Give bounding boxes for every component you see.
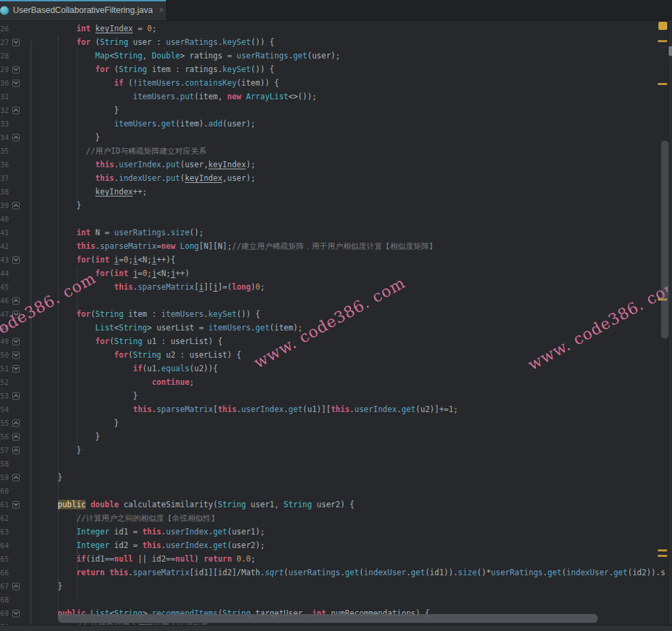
fold-close-icon[interactable] [12, 107, 20, 114]
code-line[interactable]: 43 for(int i=0;i<N;i++){ [0, 253, 669, 267]
line-number[interactable]: 43 [0, 253, 9, 267]
inspection-indicator[interactable] [658, 22, 667, 30]
line-number[interactable]: 34 [0, 131, 9, 144]
fold-close-icon[interactable] [12, 297, 20, 305]
line-number[interactable]: 68 [0, 593, 9, 607]
vertical-scrollbar[interactable] [661, 141, 669, 339]
code-line[interactable]: 45 this.sparseMatrix[i][j]=(long)0; [0, 280, 669, 294]
code-line[interactable]: 67 } [0, 579, 669, 593]
line-number[interactable]: 31 [0, 90, 9, 103]
fold-open-icon[interactable] [12, 311, 20, 318]
code-line[interactable]: 39 } [0, 199, 669, 212]
code-line[interactable]: 51 if(u1.equals(u2)){ [0, 362, 669, 375]
code-line[interactable]: 32 } [0, 103, 669, 117]
code-line[interactable]: 66 return this.sparseMatrix[id1][id2]/Ma… [0, 566, 669, 579]
tab-userbasedcollaborativefiltering[interactable]: UserBasedCollaborativeFiltering.java × [0, 0, 166, 20]
code-line[interactable]: 61 public double calculateSimilarity(Str… [0, 498, 669, 511]
warning-stripe-mark[interactable] [658, 83, 667, 85]
code-line[interactable]: 26 int keyIndex = 0; [0, 22, 669, 35]
code-line[interactable]: 55 } [0, 416, 669, 430]
code-line[interactable]: 52 continue; [0, 375, 669, 389]
code-line[interactable]: 49 for(String u1 : userList) { [0, 335, 669, 348]
line-number[interactable]: 61 [0, 498, 9, 511]
code-line[interactable]: 40 [0, 212, 669, 226]
code-line[interactable]: 38 keyIndex++; [0, 185, 669, 199]
warning-stripe-mark[interactable] [658, 555, 667, 557]
code-line[interactable]: 68 [0, 593, 669, 607]
stripe-caret-marker[interactable] [669, 46, 672, 56]
code-line[interactable]: 46 [0, 294, 669, 307]
line-number[interactable]: 38 [0, 185, 9, 199]
code-line[interactable]: 62 //计算用户之间的相似度【余弦相似性】 [0, 511, 669, 525]
line-number[interactable]: 67 [0, 579, 9, 593]
code-editor[interactable]: 26 int keyIndex = 0;27 for (String user … [0, 20, 669, 631]
line-number[interactable]: 66 [0, 566, 9, 579]
code-line[interactable]: 37 this.indexUser.put(keyIndex,user); [0, 171, 669, 185]
code-line[interactable]: 58 [0, 457, 669, 471]
fold-open-icon[interactable] [12, 338, 20, 345]
fold-open-icon[interactable] [12, 501, 20, 509]
code-line[interactable]: 65 if(id1==null || id2==null) return 0.0… [0, 552, 669, 566]
code-line[interactable]: 35 //用户ID与稀疏矩阵建立对应关系 [0, 144, 669, 158]
code-line[interactable]: 54 this.sparseMatrix[this.userIndex.get(… [0, 403, 669, 416]
code-line[interactable]: 60 [0, 484, 669, 498]
line-number[interactable]: 44 [0, 267, 9, 280]
line-number[interactable]: 27 [0, 35, 9, 49]
line-number[interactable]: 63 [0, 525, 9, 539]
code-line[interactable]: 31 itemUsers.put(item, new ArrayList<>()… [0, 90, 669, 103]
horizontal-scrollbar[interactable] [58, 614, 598, 623]
line-number[interactable]: 58 [0, 457, 9, 471]
warning-stripe-mark[interactable] [658, 40, 667, 42]
line-number[interactable]: 48 [0, 321, 9, 335]
fold-open-icon[interactable] [12, 80, 20, 87]
fold-close-icon[interactable] [12, 447, 20, 454]
line-number[interactable]: 35 [0, 144, 9, 158]
line-number[interactable]: 28 [0, 49, 9, 63]
code-line[interactable]: 48 List<String> userList = itemUsers.get… [0, 321, 669, 335]
line-number[interactable]: 47 [0, 307, 9, 321]
code-line[interactable]: 33 itemUsers.get(item).add(user); [0, 117, 669, 131]
code-line[interactable]: 64 Integer id2 = this.userIndex.get(user… [0, 539, 669, 552]
line-number[interactable]: 33 [0, 117, 9, 131]
fold-close-icon[interactable] [12, 583, 20, 590]
line-number[interactable]: 54 [0, 403, 9, 416]
line-number[interactable]: 60 [0, 484, 9, 498]
line-number[interactable]: 39 [0, 199, 9, 212]
line-number[interactable]: 29 [0, 63, 9, 76]
line-number[interactable]: 69 [0, 607, 9, 620]
code-line[interactable]: 36 this.userIndex.put(user,keyIndex); [0, 158, 669, 171]
code-line[interactable]: 59 } [0, 471, 669, 484]
fold-close-icon[interactable] [12, 202, 20, 209]
line-number[interactable]: 56 [0, 430, 9, 443]
fold-open-icon[interactable] [12, 39, 20, 46]
code-line[interactable]: 34 } [0, 131, 669, 144]
code-line[interactable]: 53 } [0, 389, 669, 403]
fold-close-icon[interactable] [12, 474, 20, 481]
code-line[interactable]: 27 for (String user : userRatings.keySet… [0, 35, 669, 49]
line-number[interactable]: 46 [0, 294, 9, 307]
code-line[interactable]: 42 this.sparseMatrix=new Long[N][N];//建立… [0, 239, 669, 253]
line-number[interactable]: 42 [0, 239, 9, 253]
line-number[interactable]: 65 [0, 552, 9, 566]
line-number[interactable]: 55 [0, 416, 9, 430]
code-line[interactable]: 50 for(String u2 : userList) { [0, 348, 669, 362]
line-number[interactable]: 40 [0, 212, 9, 226]
fold-open-icon[interactable] [12, 256, 20, 264]
code-line[interactable]: 47 for(String item : itemUsers.keySet())… [0, 307, 669, 321]
line-number[interactable]: 36 [0, 158, 9, 171]
line-number[interactable]: 52 [0, 375, 9, 389]
fold-open-icon[interactable] [12, 352, 20, 359]
code-line[interactable]: 44 for(int j=0;j<N;j++) [0, 267, 669, 280]
line-number[interactable]: 64 [0, 539, 9, 552]
line-number[interactable]: 53 [0, 389, 9, 403]
warning-stripe-mark[interactable] [658, 549, 667, 551]
code-line[interactable]: 29 for (String item : ratings.keySet()) … [0, 63, 669, 76]
fold-open-icon[interactable] [12, 66, 20, 73]
line-number[interactable]: 26 [0, 22, 9, 35]
line-number[interactable]: 30 [0, 76, 9, 90]
fold-open-icon[interactable] [12, 365, 20, 373]
fold-close-icon[interactable] [12, 420, 20, 427]
line-number[interactable]: 50 [0, 348, 9, 362]
code-line[interactable]: 57 } [0, 443, 669, 457]
code-line[interactable]: 28 Map<String, Double> ratings = userRat… [0, 49, 669, 63]
